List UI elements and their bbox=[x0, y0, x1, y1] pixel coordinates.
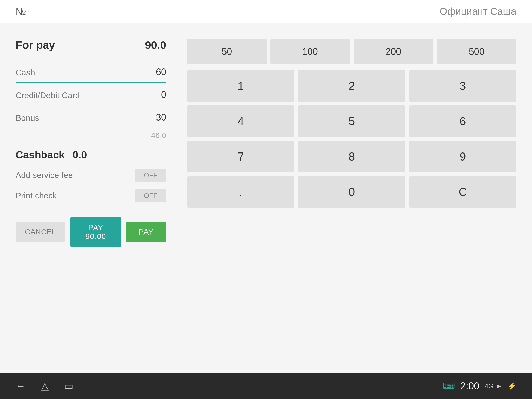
numpad-key-4[interactable]: 4 bbox=[187, 105, 294, 137]
cash-value[interactable]: 60 bbox=[135, 66, 166, 77]
home-icon[interactable]: △ bbox=[41, 380, 49, 392]
sub-value: 46.0 bbox=[16, 130, 166, 144]
nav-right: ⌨ 2:00 4G ► ⚡ bbox=[443, 381, 516, 392]
keyboard-icon[interactable]: ⌨ bbox=[443, 381, 455, 391]
payment-form: For pay 90.0 Cash 60 Credit/Debit Card 0… bbox=[16, 39, 166, 373]
cancel-button[interactable]: CANCEL bbox=[16, 222, 65, 242]
network-icon: 4G ► bbox=[484, 382, 502, 390]
recents-icon[interactable]: ▭ bbox=[64, 380, 74, 392]
print-check-row: Print check OFF bbox=[16, 189, 166, 202]
numpad: 123456789.0C bbox=[187, 70, 516, 208]
for-pay-label: For pay bbox=[16, 39, 55, 51]
cashback-value: 0.0 bbox=[72, 149, 87, 161]
numpad-key-7[interactable]: 7 bbox=[187, 141, 294, 172]
numpad-key-C[interactable]: C bbox=[409, 176, 516, 208]
print-check-label: Print check bbox=[16, 191, 57, 201]
card-label: Credit/Debit Card bbox=[16, 91, 80, 100]
pay-amount-button[interactable]: PAY 90.00 bbox=[70, 217, 122, 247]
quick-amount-btn[interactable]: 500 bbox=[437, 39, 517, 64]
pay-button[interactable]: PAY bbox=[126, 222, 166, 242]
quick-amount-btn[interactable]: 50 bbox=[187, 39, 267, 64]
cashback-label: Cashback bbox=[16, 149, 65, 161]
numpad-key-5[interactable]: 5 bbox=[298, 105, 405, 137]
nav-bar: ← △ ▭ ⌨ 2:00 4G ► ⚡ bbox=[0, 373, 532, 399]
card-row: Credit/Debit Card 0 bbox=[16, 85, 166, 105]
action-buttons: CANCEL PAY 90.00 PAY bbox=[16, 217, 166, 247]
quick-amount-btn[interactable]: 100 bbox=[270, 39, 350, 64]
bonus-row: Bonus 30 bbox=[16, 107, 166, 128]
service-fee-row: Add service fee OFF bbox=[16, 169, 166, 182]
waiter-name: Официант Саша bbox=[440, 6, 516, 17]
main-content: For pay 90.0 Cash 60 Credit/Debit Card 0… bbox=[0, 23, 532, 373]
bonus-value[interactable]: 30 bbox=[135, 112, 166, 123]
numpad-key-1[interactable]: 1 bbox=[187, 70, 294, 102]
for-pay-value: 90.0 bbox=[145, 39, 166, 51]
header: № Официант Саша bbox=[0, 0, 532, 23]
numpad-key-2[interactable]: 2 bbox=[298, 70, 405, 102]
cashback-row: Cashback 0.0 bbox=[16, 149, 166, 161]
card-value[interactable]: 0 bbox=[135, 89, 166, 100]
numpad-key-.[interactable]: . bbox=[187, 176, 294, 208]
order-number: № bbox=[16, 6, 26, 17]
back-icon[interactable]: ← bbox=[16, 381, 25, 392]
clock: 2:00 bbox=[460, 381, 479, 392]
print-check-toggle[interactable]: OFF bbox=[135, 189, 166, 202]
numpad-key-6[interactable]: 6 bbox=[409, 105, 516, 137]
for-pay-row: For pay 90.0 bbox=[16, 39, 166, 51]
numpad-key-8[interactable]: 8 bbox=[298, 141, 405, 172]
cash-label: Cash bbox=[16, 68, 35, 77]
quick-amounts: 50100200500 bbox=[187, 39, 516, 64]
quick-amount-btn[interactable]: 200 bbox=[354, 39, 433, 64]
bonus-label: Bonus bbox=[16, 113, 39, 123]
numpad-key-3[interactable]: 3 bbox=[409, 70, 516, 102]
service-fee-label: Add service fee bbox=[16, 170, 73, 180]
cash-row: Cash 60 bbox=[16, 62, 166, 83]
numpad-key-9[interactable]: 9 bbox=[409, 141, 516, 172]
nav-left: ← △ ▭ bbox=[16, 380, 74, 392]
numpad-panel: 50100200500 123456789.0C bbox=[187, 39, 516, 373]
service-fee-toggle[interactable]: OFF bbox=[135, 169, 166, 182]
numpad-key-0[interactable]: 0 bbox=[298, 176, 405, 208]
battery-icon: ⚡ bbox=[507, 382, 516, 390]
